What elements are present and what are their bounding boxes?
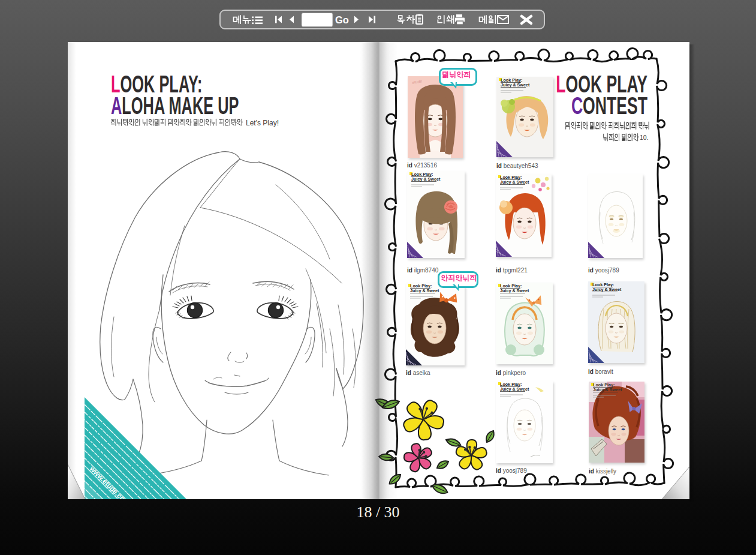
svg-text:Juicy & Sweet: Juicy & Sweet	[500, 386, 529, 392]
svg-text:Juicy & Sweet: Juicy & Sweet	[500, 179, 529, 185]
svg-text:Juicy & Sweet: Juicy & Sweet	[500, 288, 529, 293]
svg-text:10.: 10.	[640, 134, 649, 141]
svg-text:Juicy & Sweet: Juicy & Sweet	[593, 387, 622, 392]
svg-text:Juicy & Sweet: Juicy & Sweet	[501, 82, 530, 88]
svg-text:Juicy & Sweet: Juicy & Sweet	[410, 288, 439, 293]
svg-text:Go: Go	[335, 14, 349, 25]
svg-text:Juicy & Sweet: Juicy & Sweet	[592, 287, 622, 292]
svg-text:Juicy & Sweet: Juicy & Sweet	[411, 176, 441, 182]
